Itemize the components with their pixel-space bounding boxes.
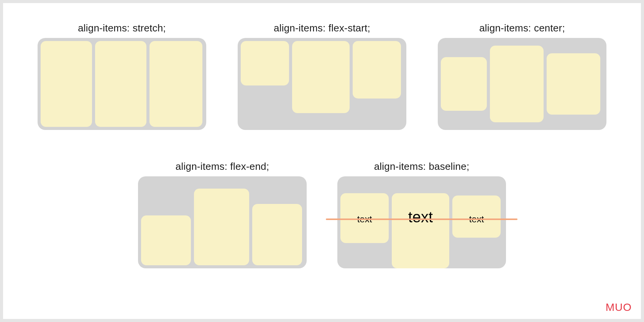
flex-item xyxy=(41,41,92,127)
flex-container-baseline: text text text xyxy=(337,176,506,268)
example-title: align-items: baseline; xyxy=(374,161,470,172)
row-top: align-items: stretch; align-items: flex-… xyxy=(38,22,606,130)
item-text: text xyxy=(408,209,433,226)
flex-container-center xyxy=(438,38,606,130)
flex-container-flex-start xyxy=(238,38,406,130)
flex-item xyxy=(95,41,146,127)
flex-container-flex-end xyxy=(138,176,307,268)
baseline-indicator-line xyxy=(326,219,518,220)
flex-item xyxy=(150,41,202,127)
flex-item xyxy=(547,53,600,115)
example-title: align-items: stretch; xyxy=(78,22,166,34)
example-stretch: align-items: stretch; xyxy=(38,22,206,130)
example-title: align-items: flex-end; xyxy=(176,161,269,172)
flex-item: text xyxy=(452,196,501,238)
flex-item xyxy=(252,204,302,265)
example-title: align-items: flex-start; xyxy=(274,22,370,34)
flex-item: text xyxy=(340,193,389,243)
flex-item xyxy=(241,41,289,85)
flex-item: text xyxy=(392,193,449,268)
example-flex-end: align-items: flex-end; xyxy=(138,161,307,268)
example-flex-start: align-items: flex-start; xyxy=(238,22,406,130)
example-title: align-items: center; xyxy=(479,22,565,34)
row-bottom: align-items: flex-end; align-items: base… xyxy=(38,161,606,268)
example-baseline: align-items: baseline; text text text xyxy=(337,161,506,268)
diagram-canvas: align-items: stretch; align-items: flex-… xyxy=(3,3,641,319)
flex-item xyxy=(353,41,401,99)
flex-item xyxy=(490,46,544,122)
flex-item xyxy=(194,189,249,265)
watermark-logo: MUO xyxy=(606,301,632,314)
flex-item xyxy=(441,57,487,111)
flex-item xyxy=(141,215,191,265)
example-center: align-items: center; xyxy=(438,22,606,130)
flex-container-stretch xyxy=(38,38,206,130)
flex-item xyxy=(292,41,350,113)
